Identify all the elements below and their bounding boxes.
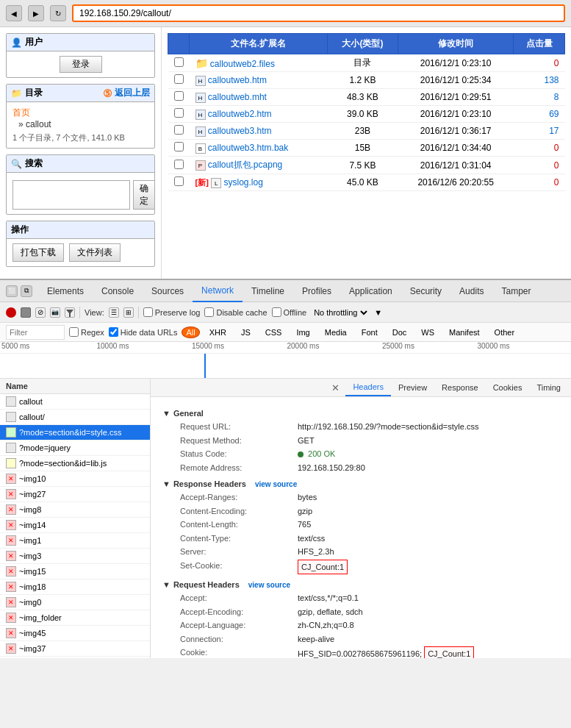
network-list-item[interactable]: ?mode=section&id=lib.js <box>0 456 150 471</box>
network-list-item[interactable]: ✕ ~img1 <box>0 533 150 549</box>
file-link-4[interactable]: calloutweb3.htm <box>208 126 272 136</box>
response-view-source-link[interactable]: view source <box>255 480 297 488</box>
throttle-select[interactable]: No throttling <box>311 307 370 318</box>
preserve-log-label[interactable]: Preserve log <box>143 307 201 317</box>
file-link-0[interactable]: calloutweb2.files <box>210 59 275 69</box>
row-checkbox-1[interactable] <box>174 74 184 84</box>
network-list-item[interactable]: ?mode=section&id=style.css <box>0 425 150 440</box>
file-link-1[interactable]: calloutweb.htm <box>208 75 267 85</box>
tab-profiles[interactable]: Profiles <box>293 280 340 302</box>
tab-network[interactable]: Network <box>193 280 243 302</box>
filter-img-button[interactable]: Img <box>291 326 315 338</box>
detail-tab-preview[interactable]: Preview <box>391 379 434 396</box>
row-checkbox-6[interactable] <box>174 160 184 169</box>
file-link-6[interactable]: callout抓包.pcapng <box>208 160 282 170</box>
filter-all-button[interactable]: All <box>182 326 199 338</box>
table-row: 📁 calloutweb2.files目录2016/12/1 0:23:100 <box>168 54 565 72</box>
detail-tab-headers[interactable]: Headers <box>345 379 391 396</box>
network-list-item[interactable]: ✕ ~img27 <box>0 487 150 502</box>
home-link[interactable]: 首页 <box>12 107 30 118</box>
filter-other-button[interactable]: Other <box>489 326 520 338</box>
network-list-item[interactable]: ✕ ~img37 <box>0 641 150 657</box>
network-list-item[interactable]: ✕ ~img3 <box>0 549 150 564</box>
tab-sources[interactable]: Sources <box>143 280 193 302</box>
devtools-dock-button[interactable]: ⬜ <box>6 285 18 297</box>
tab-application[interactable]: Application <box>340 280 401 302</box>
search-button[interactable]: 确定 <box>133 180 155 210</box>
view-grid-button[interactable]: ⊞ <box>123 307 134 318</box>
tab-timeline[interactable]: Timeline <box>243 280 293 302</box>
network-list-item[interactable]: ✕ ~img14 <box>0 518 150 533</box>
filter-toggle-button[interactable] <box>65 307 75 318</box>
col-checkbox <box>168 34 190 54</box>
tab-security[interactable]: Security <box>401 280 450 302</box>
disable-cache-checkbox[interactable] <box>204 307 214 317</box>
forward-button[interactable]: ▶ <box>28 5 44 21</box>
network-list-item[interactable]: callout <box>0 394 150 410</box>
network-list-item[interactable]: ✕ ~img18 <box>0 579 150 595</box>
filter-media-button[interactable]: Media <box>320 326 352 338</box>
row-checkbox-2[interactable] <box>174 91 184 101</box>
clear-button[interactable]: ⊘ <box>35 307 46 318</box>
network-list-item[interactable]: ✕ ~img_folder <box>0 610 150 626</box>
row-checkbox-4[interactable] <box>174 125 184 135</box>
network-list-item[interactable]: ✕ ~img15 <box>0 564 150 579</box>
row-checkbox-5[interactable] <box>174 142 184 151</box>
network-list-item[interactable]: ✕ ~img0 <box>0 595 150 610</box>
preserve-log-checkbox[interactable] <box>143 307 153 317</box>
download-button[interactable]: 打包下载 <box>12 243 64 262</box>
network-list-item[interactable]: ✕ ~img45 <box>0 626 150 641</box>
detail-tab-cookies[interactable]: Cookies <box>486 379 530 396</box>
filter-css-button[interactable]: CSS <box>260 326 287 338</box>
filter-input[interactable] <box>6 325 65 340</box>
row-checkbox-7[interactable] <box>174 176 184 186</box>
filter-xhr-button[interactable]: XHR <box>204 326 231 338</box>
file-link-3[interactable]: calloutweb2.htm <box>208 109 272 119</box>
file-list-button[interactable]: 文件列表 <box>69 243 121 262</box>
filter-js-button[interactable]: JS <box>236 326 256 338</box>
stop-button[interactable] <box>21 307 31 318</box>
tab-audits[interactable]: Audits <box>450 280 492 302</box>
login-button[interactable]: 登录 <box>60 56 102 73</box>
filter-doc-button[interactable]: Doc <box>387 326 412 338</box>
devtools-undock-button[interactable]: ⧉ <box>21 285 32 297</box>
address-bar[interactable] <box>72 4 565 22</box>
camera-button[interactable]: 📷 <box>50 307 60 318</box>
tab-console[interactable]: Console <box>93 280 143 302</box>
record-button[interactable] <box>6 307 16 318</box>
file-link-5[interactable]: calloutweb3.htm.bak <box>208 143 288 153</box>
back-button[interactable]: ◀ <box>6 5 22 21</box>
throttle-chevron[interactable]: ▼ <box>374 308 382 317</box>
regex-label[interactable]: Regex <box>69 327 104 337</box>
network-list-item[interactable]: ?mode=jquery <box>0 440 150 456</box>
detail-tab-response[interactable]: Response <box>434 379 486 396</box>
detail-close-button[interactable]: ✕ <box>326 379 345 396</box>
hide-data-urls-label[interactable]: Hide data URLs <box>109 327 178 337</box>
search-input[interactable] <box>12 180 130 210</box>
offline-label[interactable]: Offline <box>272 307 307 317</box>
request-view-source-link[interactable]: view source <box>248 581 290 589</box>
row-checkbox-3[interactable] <box>174 108 184 118</box>
file-size-3: 39.0 KB <box>327 106 398 123</box>
regex-checkbox[interactable] <box>69 327 79 337</box>
back-link[interactable]: 返回上层 <box>115 87 150 99</box>
offline-checkbox[interactable] <box>272 307 281 317</box>
refresh-button[interactable]: ↻ <box>50 5 66 21</box>
hide-data-urls-checkbox[interactable] <box>109 327 118 337</box>
disable-cache-label[interactable]: Disable cache <box>204 307 267 317</box>
page-content: 👤 用户 登录 📁 目录 ⑤ 返回上层 首页 » callout <box>0 27 571 279</box>
view-list-button[interactable]: ☰ <box>109 307 119 318</box>
file-link-2[interactable]: calloutweb.mht <box>208 92 267 102</box>
filter-manifest-button[interactable]: Manifest <box>444 326 485 338</box>
filter-ws-button[interactable]: WS <box>416 326 439 338</box>
filter-font-button[interactable]: Font <box>356 326 383 338</box>
row-checkbox-0[interactable] <box>174 57 184 67</box>
network-list-item[interactable]: callout/ <box>0 410 150 425</box>
network-list-item[interactable]: ✕ ~img46 <box>0 657 150 658</box>
network-list-item[interactable]: ✕ ~img10 <box>0 471 150 487</box>
tab-tamper[interactable]: Tamper <box>492 280 539 302</box>
tab-elements[interactable]: Elements <box>38 280 93 302</box>
detail-tab-timing[interactable]: Timing <box>529 379 568 396</box>
network-list-item[interactable]: ✕ ~img8 <box>0 502 150 518</box>
file-link-7[interactable]: syslog.log <box>224 177 263 188</box>
